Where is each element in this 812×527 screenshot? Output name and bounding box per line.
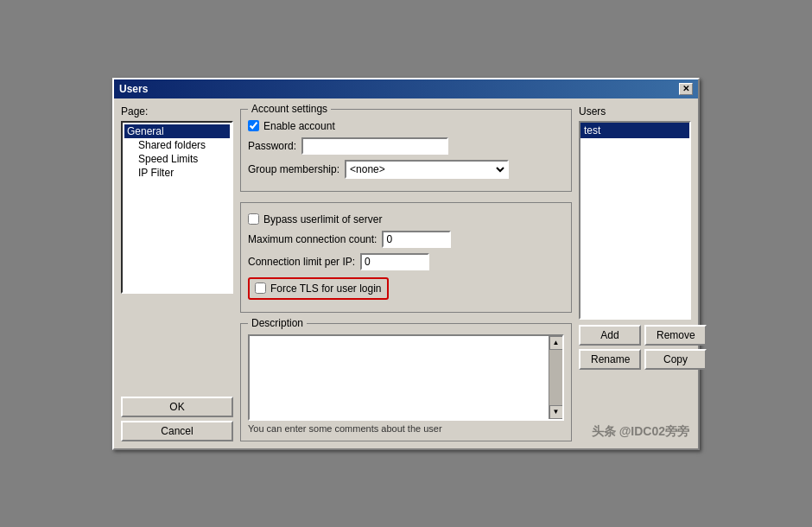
scrollbar-down-btn[interactable]: ▼ <box>549 405 563 419</box>
middle-panel: Account settings Enable account Password… <box>240 105 572 441</box>
scrollbar-track <box>549 350 562 405</box>
rename-user-button[interactable]: Rename <box>579 349 641 370</box>
ok-button[interactable]: OK <box>121 397 233 417</box>
dialog-title: Users <box>119 83 148 95</box>
tree-item-general[interactable]: General <box>124 124 230 138</box>
bypass-wrapper: Bypass userlimit of server <box>248 213 382 225</box>
bypass-row: Bypass userlimit of server <box>248 213 564 225</box>
enable-account-label: Enable account <box>263 120 335 132</box>
force-tls-checkbox[interactable] <box>255 283 266 294</box>
bottom-buttons: OK Cancel <box>121 390 233 441</box>
users-section-label: Users <box>579 105 691 117</box>
force-tls-row: Force TLS for user login <box>248 277 564 300</box>
password-input[interactable] <box>301 137 448 155</box>
tls-highlight-box: Force TLS for user login <box>248 277 389 300</box>
enable-account-wrapper: Enable account <box>248 120 335 132</box>
password-row: Password: <box>248 137 564 155</box>
connection-limit-label: Connection limit per IP: <box>248 256 355 268</box>
dialog-body: Page: General Shared folders Speed Limit… <box>114 98 698 448</box>
cancel-button[interactable]: Cancel <box>121 421 233 441</box>
connection-limit-input[interactable] <box>360 253 429 270</box>
enable-account-checkbox[interactable] <box>248 120 259 131</box>
description-scrollbar: ▲ ▼ <box>549 336 562 419</box>
remove-user-button[interactable]: Remove <box>644 325 707 346</box>
users-list: test <box>579 121 691 320</box>
page-tree: General Shared folders Speed Limits IP F… <box>121 121 233 294</box>
close-button[interactable]: ✕ <box>679 83 693 95</box>
tree-item-ip-filter[interactable]: IP Filter <box>124 166 230 180</box>
right-panel: Users test Add Remove Rename Copy <box>579 105 691 441</box>
max-connection-row: Maximum connection count: <box>248 231 564 248</box>
description-textarea-wrapper: ▲ ▼ <box>248 334 564 421</box>
description-hint: You can enter some comments about the us… <box>248 423 564 434</box>
users-dialog: Users ✕ Page: General Shared folders Spe… <box>112 78 700 450</box>
password-label: Password: <box>248 140 296 152</box>
page-label: Page: <box>121 105 233 117</box>
watermark: 头条 @IDC02旁旁 <box>592 424 689 440</box>
scrollbar-up-btn[interactable]: ▲ <box>549 336 563 350</box>
users-list-item-test[interactable]: test <box>580 123 689 138</box>
add-user-button[interactable]: Add <box>579 325 641 346</box>
tree-item-shared-folders[interactable]: Shared folders <box>124 138 230 152</box>
description-textarea[interactable] <box>250 336 549 419</box>
left-panel: Page: General Shared folders Speed Limit… <box>121 105 233 441</box>
account-settings-label: Account settings <box>248 103 331 115</box>
group-membership-label: Group membership: <box>248 163 339 175</box>
tree-item-speed-limits[interactable]: Speed Limits <box>124 152 230 166</box>
connection-limit-row: Connection limit per IP: <box>248 253 564 270</box>
users-buttons: Add Remove Rename Copy <box>579 325 691 370</box>
group-membership-row: Group membership: <none> <box>248 160 564 179</box>
users-btn-row-1: Add Remove <box>579 325 691 346</box>
max-connection-input[interactable] <box>382 231 451 248</box>
max-connection-label: Maximum connection count: <box>248 233 377 245</box>
bypass-label: Bypass userlimit of server <box>263 213 382 225</box>
force-tls-label: Force TLS for user login <box>270 283 382 295</box>
copy-user-button[interactable]: Copy <box>644 349 707 370</box>
description-group: Description ▲ ▼ You can enter some comme… <box>240 323 572 441</box>
account-settings-group: Account settings Enable account Password… <box>240 109 572 192</box>
bypass-checkbox[interactable] <box>248 213 259 225</box>
connection-settings-group: Bypass userlimit of server Maximum conne… <box>240 202 572 313</box>
users-btn-row-2: Rename Copy <box>579 349 691 370</box>
page-section: Page: General Shared folders Speed Limit… <box>121 105 233 390</box>
enable-account-row: Enable account <box>248 120 564 132</box>
description-label: Description <box>248 317 307 329</box>
title-bar: Users ✕ <box>114 79 698 98</box>
group-membership-select[interactable]: <none> <box>345 160 509 179</box>
